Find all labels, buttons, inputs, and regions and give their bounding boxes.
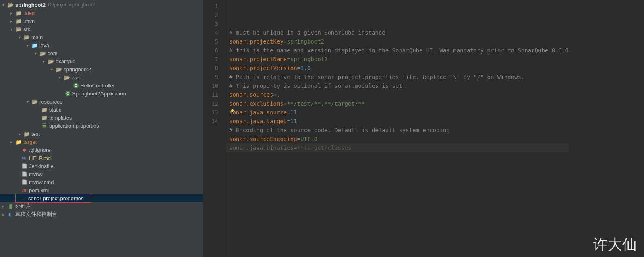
folder-icon <box>23 131 30 137</box>
properties-icon <box>41 122 48 129</box>
properties-icon <box>21 195 27 201</box>
chevron-right-icon <box>10 19 14 23</box>
tree-pom[interactable]: pom.xml <box>0 186 203 194</box>
intention-bulb-icon[interactable] <box>230 108 235 113</box>
tree-label: com <box>48 50 58 56</box>
tree-label: example <box>56 58 75 64</box>
code-line[interactable]: # This property is optional if sonar.mod… <box>229 81 569 90</box>
tree-label: main <box>31 34 43 40</box>
tree-label: resources <box>39 99 62 105</box>
code-line[interactable]: sonar.java.binaries=**target/classes <box>226 143 569 152</box>
code-line[interactable]: sonar.projectVersion=1.0 <box>229 64 569 73</box>
folder-icon <box>48 58 54 64</box>
tree-springboot2-app[interactable]: Springboot2Application <box>0 89 203 97</box>
tree-label: web <box>72 75 81 81</box>
chevron-right-icon <box>2 212 6 217</box>
folder-icon <box>31 98 38 105</box>
chevron-down-icon <box>35 51 39 56</box>
tree-example[interactable]: example <box>0 57 203 65</box>
code-line[interactable]: sonar.exclusions=**/test/**,**/target/** <box>229 99 569 108</box>
code-line[interactable]: # Encoding of the source code. Default i… <box>229 126 569 135</box>
class-icon <box>73 83 79 88</box>
tree-external-libs[interactable]: 外部库 <box>0 202 203 210</box>
code-line[interactable]: sonar.projectKey=springboot2 <box>229 37 569 46</box>
chevron-down-icon <box>10 27 14 31</box>
tree-com[interactable]: com <box>0 49 203 57</box>
tree-java[interactable]: java <box>0 41 203 49</box>
tree-label: Jenkinsfile <box>29 163 54 169</box>
tree-label: mvnw.cmd <box>29 179 54 185</box>
code-line[interactable]: # Path is relative to the sonar-project.… <box>229 73 569 81</box>
tree-label: .mvn <box>23 18 35 24</box>
code-line[interactable]: # must be unique in a given SonarQube in… <box>229 28 569 37</box>
tree-label: pom.xml <box>29 187 49 193</box>
tree-mvnw-cmd[interactable]: mvnw.cmd <box>0 178 203 186</box>
code-line[interactable]: # this is the name and version displayed… <box>229 46 569 55</box>
chevron-down-icon <box>27 99 31 104</box>
code-line[interactable]: sonar.projectName=springboot2 <box>229 55 569 64</box>
tree-resources[interactable]: resources <box>0 97 203 106</box>
tree-scratches[interactable]: 草稿文件和控制台 <box>0 210 203 218</box>
tree-label: templates <box>49 115 72 121</box>
tree-project-root[interactable]: springboot2 D:\project\springboot2 <box>0 1 203 9</box>
scratch-icon <box>7 211 14 218</box>
tree-label: test <box>31 131 40 137</box>
tree-hello-controller[interactable]: HelloController <box>0 81 203 89</box>
folder-icon <box>15 10 22 16</box>
tree-test[interactable]: test <box>0 130 203 138</box>
chevron-right-icon <box>19 132 23 136</box>
tree-label: HelloController <box>80 83 115 89</box>
code-line[interactable]: sonar.sourceEncoding=UTF-8 <box>229 135 569 143</box>
chevron-right-icon <box>10 11 14 15</box>
chevron-down-icon <box>51 67 55 72</box>
folder-icon <box>56 66 62 73</box>
folder-icon <box>23 34 30 40</box>
chevron-down-icon <box>43 59 47 64</box>
folder-icon <box>41 106 48 113</box>
markdown-icon <box>21 155 27 161</box>
tree-label: .idea <box>23 10 35 16</box>
library-icon <box>7 203 14 209</box>
tree-label: HELP.md <box>29 155 51 161</box>
git-icon <box>21 147 27 153</box>
tree-label: Springboot2Application <box>72 91 126 97</box>
tree-templates[interactable]: templates <box>0 114 203 122</box>
chevron-down-icon <box>19 35 23 39</box>
project-tree[interactable]: springboot2 D:\project\springboot2 .idea… <box>0 0 203 257</box>
editor-code[interactable]: # must be unique in a given SonarQube in… <box>226 0 569 257</box>
tree-help-md[interactable]: HELP.md <box>0 154 203 162</box>
tree-sonar-properties[interactable]: sonar-project.properties <box>0 194 203 202</box>
tree-mvnw[interactable]: mvnw <box>0 170 203 178</box>
chevron-down-icon <box>59 75 63 80</box>
editor-area[interactable]: 1234567891011121314 # must be unique in … <box>203 0 644 257</box>
tree-jenkinsfile[interactable]: Jenkinsfile <box>0 162 203 170</box>
tree-main[interactable]: main <box>0 33 203 41</box>
code-line[interactable]: sonar.java.target=11 <box>229 117 569 126</box>
tree-label: springboot2 <box>15 2 46 8</box>
file-icon <box>21 179 27 185</box>
tree-label: .gitignore <box>29 147 50 153</box>
tree-label: src <box>23 26 30 32</box>
file-icon <box>21 163 27 169</box>
tree-label: mvnw <box>29 171 43 177</box>
tree-springboot2-pkg[interactable]: springboot2 <box>0 65 203 73</box>
folder-icon <box>39 50 46 56</box>
project-path: D:\project\springboot2 <box>48 2 95 8</box>
code-line[interactable]: sonar.java.source=11 <box>229 108 569 117</box>
tree-label: springboot2 <box>64 66 91 73</box>
file-icon <box>21 171 27 177</box>
chevron-down-icon <box>2 3 6 7</box>
chevron-down-icon <box>27 43 31 48</box>
folder-icon <box>15 18 22 24</box>
tree-mvn[interactable]: .mvn <box>0 17 203 25</box>
tree-app-properties[interactable]: application.properties <box>0 122 203 130</box>
tree-src[interactable]: src <box>0 25 203 33</box>
code-line[interactable]: sonar.sources=. <box>229 90 569 99</box>
tree-label: target <box>23 139 37 145</box>
tree-gitignore[interactable]: .gitignore <box>0 146 203 154</box>
tree-target[interactable]: target <box>0 138 203 146</box>
tree-static[interactable]: static <box>0 106 203 114</box>
tree-web[interactable]: web <box>0 73 203 81</box>
maven-icon <box>21 187 27 193</box>
tree-idea[interactable]: .idea <box>0 9 203 17</box>
